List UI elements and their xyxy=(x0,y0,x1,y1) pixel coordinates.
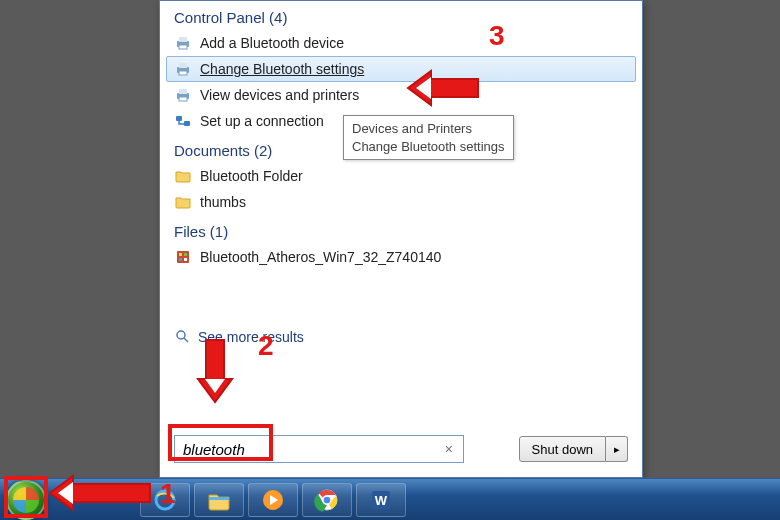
result-label: Change Bluetooth settings xyxy=(200,61,364,77)
printer-icon xyxy=(174,60,192,78)
see-more-results[interactable]: See more results xyxy=(160,320,642,354)
taskbar: W xyxy=(0,478,780,520)
svg-rect-13 xyxy=(184,253,187,256)
archive-icon xyxy=(174,248,192,266)
svg-rect-2 xyxy=(179,45,187,49)
folder-icon xyxy=(174,193,192,211)
result-view-devices-printers[interactable]: View devices and printers xyxy=(166,82,636,108)
svg-rect-10 xyxy=(184,121,190,126)
result-label: thumbs xyxy=(200,194,246,210)
taskbar-word[interactable]: W xyxy=(356,483,406,517)
result-label: View devices and printers xyxy=(200,87,359,103)
section-header-files: Files (1) xyxy=(160,215,642,244)
tooltip: Devices and Printers Change Bluetooth se… xyxy=(343,115,514,160)
svg-rect-14 xyxy=(179,258,182,261)
taskbar-chrome[interactable] xyxy=(302,483,352,517)
start-button[interactable] xyxy=(6,480,46,520)
result-add-bluetooth-device[interactable]: Add a Bluetooth device xyxy=(166,30,636,56)
result-label: Bluetooth Folder xyxy=(200,168,303,184)
shutdown-group: Shut down ▸ xyxy=(519,436,628,462)
svg-rect-1 xyxy=(179,37,187,42)
svg-text:W: W xyxy=(375,493,388,508)
bottom-row: × Shut down ▸ xyxy=(174,435,628,463)
taskbar-explorer[interactable] xyxy=(194,483,244,517)
section-header-control-panel: Control Panel (4) xyxy=(160,1,642,30)
files-results: Bluetooth_Atheros_Win7_32_Z740140 xyxy=(160,244,642,270)
tooltip-line: Devices and Printers xyxy=(352,120,505,138)
svg-rect-8 xyxy=(179,97,187,101)
svg-rect-15 xyxy=(184,258,187,261)
svg-rect-11 xyxy=(177,251,189,263)
printer-icon xyxy=(174,86,192,104)
start-menu: Control Panel (4) Add a Bluetooth device… xyxy=(159,0,643,478)
search-icon xyxy=(174,328,192,346)
result-thumbs[interactable]: thumbs xyxy=(166,189,636,215)
svg-line-17 xyxy=(184,338,188,342)
tooltip-line: Change Bluetooth settings xyxy=(352,138,505,156)
documents-results: Bluetooth Folder thumbs xyxy=(160,163,642,215)
svg-rect-12 xyxy=(179,253,182,256)
taskbar-ie[interactable] xyxy=(140,483,190,517)
printer-icon xyxy=(174,34,192,52)
search-box[interactable]: × xyxy=(174,435,464,463)
result-bluetooth-folder[interactable]: Bluetooth Folder xyxy=(166,163,636,189)
result-label: Bluetooth_Atheros_Win7_32_Z740140 xyxy=(200,249,441,265)
result-label: Add a Bluetooth device xyxy=(200,35,344,51)
result-change-bluetooth-settings[interactable]: Change Bluetooth settings xyxy=(166,56,636,82)
result-bluetooth-atheros[interactable]: Bluetooth_Atheros_Win7_32_Z740140 xyxy=(166,244,636,270)
svg-rect-5 xyxy=(179,71,187,75)
see-more-label: See more results xyxy=(198,329,304,345)
folder-icon xyxy=(174,167,192,185)
taskbar-media-player[interactable] xyxy=(248,483,298,517)
svg-rect-7 xyxy=(179,89,187,94)
svg-rect-4 xyxy=(179,63,187,68)
clear-search-icon[interactable]: × xyxy=(443,441,455,457)
svg-point-16 xyxy=(177,331,185,339)
shutdown-options-button[interactable]: ▸ xyxy=(606,436,628,462)
search-input[interactable] xyxy=(183,441,443,458)
svg-rect-19 xyxy=(209,497,229,500)
svg-rect-9 xyxy=(176,116,182,121)
network-icon xyxy=(174,112,192,130)
result-label: Set up a connection xyxy=(200,113,324,129)
shutdown-button[interactable]: Shut down xyxy=(519,436,606,462)
